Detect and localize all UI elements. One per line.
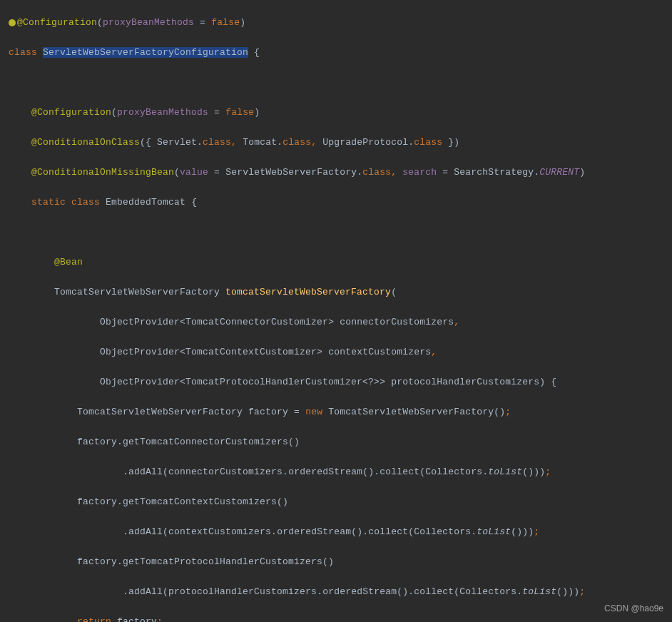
code-line — [9, 75, 672, 90]
code-line: factory.getTomcatConnectorCustomizers() — [9, 434, 672, 449]
code-line: TomcatServletWebServerFactory tomcatServ… — [9, 285, 672, 300]
code-line: ObjectProvider<TomcatContextCustomizer> … — [9, 345, 672, 360]
code-line: @ConditionalOnClass({ Servlet.class, Tom… — [9, 135, 672, 150]
code-line: @Configuration(proxyBeanMethods = false) — [9, 15, 672, 30]
code-line: TomcatServletWebServerFactory factory = … — [9, 404, 672, 419]
code-line: return factory; — [9, 614, 672, 622]
gutter-icon[interactable] — [9, 19, 16, 26]
code-line: @Bean — [9, 255, 672, 270]
code-line: .addAll(connectorCustomizers.orderedStre… — [9, 464, 672, 479]
code-line: .addAll(protocolHandlerCustomizers.order… — [9, 584, 672, 599]
code-line: class ServletWebServerFactoryConfigurati… — [9, 45, 672, 60]
selected-text: ServletWebServerFactoryConfiguration — [43, 47, 248, 58]
code-line: ObjectProvider<TomcatProtocolHandlerCust… — [9, 374, 672, 389]
code-line: @ConditionalOnMissingBean(value = Servle… — [9, 165, 672, 180]
code-line: static class EmbeddedTomcat { — [9, 195, 672, 210]
code-line: @Configuration(proxyBeanMethods = false) — [9, 105, 672, 120]
code-line: ObjectProvider<TomcatConnectorCustomizer… — [9, 315, 672, 330]
code-line: .addAll(contextCustomizers.orderedStream… — [9, 524, 672, 539]
code-line: factory.getTomcatProtocolHandlerCustomiz… — [9, 554, 672, 569]
code-editor[interactable]: @Configuration(proxyBeanMethods = false)… — [0, 0, 672, 622]
watermark-text: CSDN @hao9e — [604, 601, 663, 616]
code-line — [9, 225, 672, 240]
code-line: factory.getTomcatContextCustomizers() — [9, 494, 672, 509]
